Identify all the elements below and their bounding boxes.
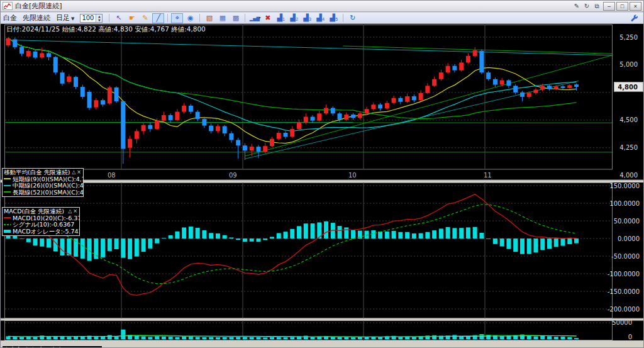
svg-text:4,800: 4,800 <box>618 84 638 91</box>
chevron-down-icon: ▼ <box>71 16 74 21</box>
chart-area: 5,2505,0004,5004,2504,0004,8000809101115… <box>1 24 644 348</box>
macd-legend: MACD(白金 先限連続) △ × MACD(10)(20)(C):-6.379… <box>2 207 80 236</box>
svg-text:5,250: 5,250 <box>619 34 638 41</box>
macd-legend-title: MACD(白金 先限連続) <box>4 208 67 215</box>
cycle-icon[interactable]: ↻ <box>582 3 592 9</box>
chart-canvas[interactable]: 5,2505,0004,5004,2504,0004,8000809101115… <box>1 24 644 340</box>
svg-text:100.0000: 100.0000 <box>609 200 640 207</box>
collapse-icon[interactable]: △ <box>72 169 75 176</box>
tool-chart-settings[interactable]: ▧ <box>203 13 215 23</box>
collapse-icon[interactable]: △ <box>68 208 72 215</box>
sma52-swatch <box>4 191 11 193</box>
tool-hand-tool[interactable]: ☛ <box>126 13 138 23</box>
series-label[interactable]: 先限連続 <box>23 13 50 23</box>
svg-text:11: 11 <box>484 172 492 179</box>
tool-crosshair-tool[interactable]: ⌖ <box>171 13 183 23</box>
tool-refresh[interactable]: ↻ <box>347 13 358 23</box>
svg-text:-100.0000: -100.0000 <box>608 271 640 278</box>
sma26-swatch <box>4 185 11 186</box>
tool-trendline-tool[interactable]: ╱ <box>152 13 164 23</box>
svg-text:10: 10 <box>348 172 357 179</box>
bar-count-stepper[interactable]: 100 ▲▼ <box>80 14 103 23</box>
tool-pencil-tool[interactable]: ✎ <box>139 13 151 23</box>
ma-legend-title: 移動平均(白金 先限連続) <box>4 169 70 176</box>
pin-icon[interactable]: ✎ <box>572 3 582 9</box>
tool-layout-1[interactable]: ▟₁ <box>275 13 287 23</box>
signal-line-swatch <box>4 224 11 225</box>
legend-item: 長期線(52)(0)(SMA)(C):4,716 <box>4 189 81 196</box>
toolbar-separator <box>167 14 168 22</box>
window-title: 白金[先限連続] <box>15 1 572 11</box>
toolbar-separator <box>245 14 245 22</box>
legend-item: 中期線(26)(0)(SMA)(C):4,870 <box>4 182 81 189</box>
tool-grid-view[interactable]: ▦ <box>216 13 228 23</box>
legend-item: シグナル(10):-0.6367 <box>4 222 77 228</box>
close-button[interactable]: × <box>630 2 641 11</box>
toolbar-separator <box>109 14 109 22</box>
svg-text:4,250: 4,250 <box>619 144 638 151</box>
ohlc-info-bar: 日付:2024/11/25 始値:4,822 高値:4,830 安値:4,767… <box>6 25 206 34</box>
bar-count-value[interactable]: 100 <box>80 14 96 22</box>
oscillator-swatch <box>4 230 11 233</box>
svg-text:08: 08 <box>108 172 116 179</box>
svg-text:-200.0000: -200.0000 <box>608 306 640 313</box>
maximize-button[interactable]: □ <box>616 2 628 11</box>
period-select[interactable]: 日足▼ <box>56 13 74 23</box>
volume-legend: 出来高(白金 先限連続) △ × 出来高:3496 出来高移動平均(9)(SMA… <box>2 345 103 348</box>
svg-text:150.0000: 150.0000 <box>609 182 640 189</box>
chart-window-icon <box>3 2 13 10</box>
stepper-arrows[interactable]: ▲▼ <box>96 14 102 22</box>
svg-text:0: 0 <box>628 334 632 340</box>
tool-layout-4[interactable]: ▟₄ <box>314 13 326 23</box>
tool-zoom-tool[interactable]: ◉ <box>184 13 196 23</box>
svg-text:4,000: 4,000 <box>619 172 638 179</box>
svg-text:0.0000: 0.0000 <box>618 235 640 242</box>
toolbar-separator <box>343 14 343 22</box>
symbol-label[interactable]: 白金 <box>3 13 17 23</box>
svg-text:5,000: 5,000 <box>619 61 638 68</box>
app-window: 白金[先限連続] ✎ ↻ ⧉ – □ × 白金 先限連続 日足▼ 100 ▲▼ … <box>0 0 644 348</box>
toolbar: 白金 先限連続 日足▼ 100 ▲▼ ↖☛✎╱⌖◉▧▦▩▂▅▇▾✖▟₁▟₂▟₃▟… <box>1 13 643 24</box>
svg-text:-50.0000: -50.0000 <box>611 253 640 260</box>
svg-text:4,500: 4,500 <box>619 116 638 123</box>
tool-layout-3[interactable]: ▟₃ <box>301 13 313 23</box>
close-icon[interactable]: × <box>73 208 77 215</box>
titlebar: 白金[先限連続] ✎ ↻ ⧉ – □ × <box>1 1 643 12</box>
svg-text:50.0000: 50.0000 <box>614 218 640 225</box>
chevron-down-icon: ▾ <box>258 14 260 22</box>
step-down-icon: ▼ <box>96 18 102 22</box>
legend-item: MACDオシレータ:-5.7432 <box>4 228 77 235</box>
popout-icon[interactable]: ⧉ <box>592 3 602 10</box>
svg-text:09: 09 <box>229 172 237 179</box>
tool-remove-indicator[interactable]: ✖ <box>262 13 274 23</box>
sma9-swatch <box>4 178 11 179</box>
legend-item: 短期線(9)(0)(SMA)(C):4,770 <box>4 176 81 182</box>
tool-layout-2[interactable]: ▟₂ <box>288 13 300 23</box>
toolbar-separator <box>199 14 200 22</box>
svg-text:-150.0000: -150.0000 <box>608 288 640 295</box>
minimize-button[interactable]: – <box>603 2 615 11</box>
tool-layout-5[interactable]: ▟₅ <box>328 13 340 23</box>
tool-grid-dense-view[interactable]: ▩ <box>230 13 242 23</box>
toolbar-tools: ↖☛✎╱⌖◉▧▦▩▂▅▇▾✖▟₁▟₂▟₃▟₄▟₅↻ <box>112 13 359 23</box>
tool-pointer-tool[interactable]: ↖ <box>113 13 125 23</box>
wrench-icon[interactable] <box>631 14 638 22</box>
macd-line-swatch <box>4 217 11 218</box>
close-icon[interactable]: × <box>77 169 81 176</box>
tool-chart-type[interactable]: ▂▅▇▾ <box>248 13 260 23</box>
ma-legend: 移動平均(白金 先限連続) △ × 短期線(9)(0)(SMA)(C):4,77… <box>2 168 84 197</box>
legend-item: MACD(10)(20)(C):-6.3799 <box>4 215 77 222</box>
